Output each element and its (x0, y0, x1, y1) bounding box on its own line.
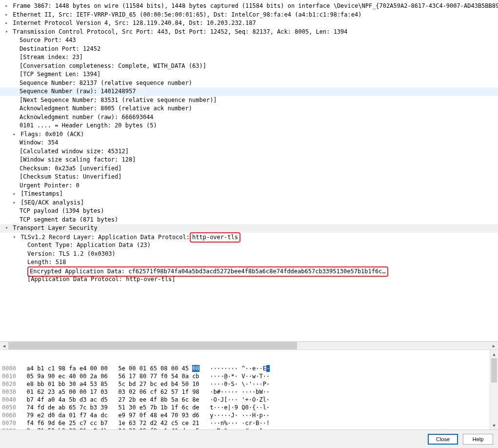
expand-icon[interactable]: ▸ (4, 19, 9, 27)
tcp-dstport[interactable]: Destination Port: 12452 (0, 45, 498, 54)
scrollbar-thumb[interactable] (491, 358, 497, 383)
tls-version[interactable]: Version: TLS 1.2 (0x0303) (0, 250, 498, 259)
frame-summary[interactable]: ▸ Frame 3867: 1448 bytes on wire (11584 … (0, 2, 498, 11)
tcp-payload[interactable]: TCP payload (1394 bytes) (0, 207, 498, 216)
tcp-seglen[interactable]: [TCP Segment Len: 1394] (0, 70, 498, 79)
hex-row[interactable]: 0030 01 62 23 a5 00 00 17 03 03 02 06 cf… (2, 388, 497, 396)
scrollbar-thumb[interactable] (8, 342, 297, 349)
tcp-timestamps[interactable]: ▸ [Timestamps] (0, 190, 498, 199)
tcp-seqack-analysis[interactable]: ▸ [SEQ/ACK analysis] (0, 199, 498, 207)
tcp-summary[interactable]: ▾ Transmission Control Protocol, Src Por… (0, 28, 498, 37)
hex-row[interactable]: 0060 79 e2 d0 da 01 f7 4a dc e9 97 0f 48… (2, 411, 497, 419)
packet-bytes-pane[interactable]: ▲ ▼ 0000 a4 b1 c1 98 fa e4 00 00 5e 00 0… (0, 350, 498, 429)
tcp-convcomplete[interactable]: [Conversation completeness: Complete, WI… (0, 62, 498, 71)
tls-length[interactable]: Length: 518 (0, 258, 498, 267)
collapse-icon[interactable]: ▾ (12, 233, 17, 242)
close-button[interactable]: Close (428, 434, 458, 445)
tcp-segdata[interactable]: TCP segment data (871 bytes) (0, 216, 498, 224)
expand-icon[interactable]: ▸ (12, 198, 17, 207)
scroll-up-icon[interactable]: ▲ (490, 350, 498, 358)
tcp-flags[interactable]: ▸ Flags: 0x010 (ACK) (0, 130, 498, 139)
collapse-icon[interactable]: ▾ (4, 27, 9, 36)
tcp-ack-raw[interactable]: Acknowledgment number (raw): 666693044 (0, 113, 498, 122)
packet-details-tree[interactable]: ▸ Frame 3867: 1448 bytes on wire (11584 … (0, 0, 498, 342)
tls-encrypted-data[interactable]: Encrypted Application Data: cf62571f98b7… (0, 267, 498, 276)
collapse-icon[interactable]: ▾ (4, 224, 9, 232)
dialog-button-bar: Close Help (0, 429, 498, 448)
scroll-left-icon[interactable]: ◀ (0, 342, 8, 349)
expand-icon[interactable]: ▸ (12, 130, 17, 139)
tls-summary[interactable]: ▾ Transport Layer Security (0, 224, 498, 233)
tcp-stream[interactable]: [Stream index: 23] (0, 53, 498, 62)
tcp-hdrlen[interactable]: 0101 .... = Header Length: 20 bytes (5) (0, 122, 498, 130)
scroll-right-icon[interactable]: ▶ (490, 342, 498, 349)
tcp-calcwin[interactable]: [Calculated window size: 45312] (0, 147, 498, 156)
tcp-seq-raw[interactable]: Sequence Number (raw): 1401248957 (0, 87, 498, 96)
scroll-down-icon[interactable]: ▼ (490, 421, 498, 429)
hex-vscrollbar[interactable]: ▲ ▼ (490, 350, 498, 429)
hex-row[interactable]: 0070 f4 f6 9d 6e 25 c7 cc b7 1e 63 72 d2… (2, 419, 497, 427)
tcp-window[interactable]: Window: 354 (0, 139, 498, 147)
tcp-nextseq[interactable]: [Next Sequence Number: 83531 (relative s… (0, 96, 498, 105)
tcp-seq-rel[interactable]: Sequence Number: 82137 (relative sequenc… (0, 79, 498, 88)
ip-summary[interactable]: ▸ Internet Protocol Version 4, Src: 128.… (0, 19, 498, 28)
expand-icon[interactable]: ▸ (4, 10, 9, 19)
scrollbar-track[interactable] (8, 342, 490, 349)
hex-row[interactable]: 0010 05 9a 90 ec 40 00 2a 06 56 17 80 77… (2, 372, 497, 380)
hex-row[interactable]: 0040 b7 4f a0 4a 5b d3 ac d5 27 2b ee 4f… (2, 396, 497, 404)
expand-icon[interactable]: ▸ (4, 1, 9, 10)
hex-row[interactable]: 0080 2c 71 52 b3 22 81 e9 1b 04 23 95 f8… (2, 427, 497, 429)
hex-row[interactable]: 0020 e8 bb 01 bb 30 a4 53 85 5c bd 27 bc… (2, 380, 497, 388)
expand-icon[interactable]: ▸ (12, 189, 17, 198)
tree-hscrollbar[interactable]: ◀ ▶ (0, 342, 498, 350)
tls-content-type[interactable]: Content Type: Application Data (23) (0, 241, 498, 250)
hex-row[interactable]: 0000 a4 b1 c1 98 fa e4 00 00 5e 00 01 65… (2, 365, 497, 372)
tls-record[interactable]: ▾ TLSv1.2 Record Layer: Application Data… (0, 233, 498, 242)
tls-app-proto[interactable]: [Application Data Protocol: http-over-tl… (0, 275, 498, 284)
help-button[interactable]: Help (463, 434, 493, 445)
tcp-srcport[interactable]: Source Port: 443 (0, 36, 498, 45)
ethernet-summary[interactable]: ▸ Ethernet II, Src: IETF-VRRP-VRID_65 (0… (0, 11, 498, 20)
hex-row[interactable]: 0050 74 fd de ab 65 7c b3 39 51 30 e5 7b… (2, 404, 497, 411)
tcp-ack-rel[interactable]: Acknowledgment Number: 8005 (relative ac… (0, 104, 498, 113)
tcp-winscale[interactable]: [Window size scaling factor: 128] (0, 156, 498, 164)
tcp-ckstatus[interactable]: [Checksum Status: Unverified] (0, 173, 498, 182)
tcp-urgent[interactable]: Urgent Pointer: 0 (0, 182, 498, 190)
tcp-checksum[interactable]: Checksum: 0x23a5 [unverified] (0, 164, 498, 173)
